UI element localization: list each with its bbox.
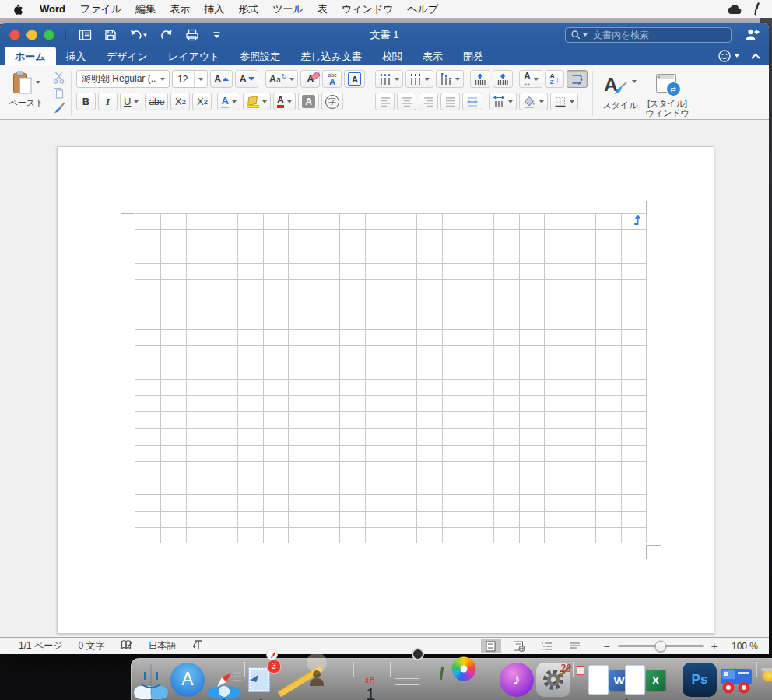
language-indicator[interactable]: 日本語: [149, 639, 177, 653]
enclose-characters-button[interactable]: 字: [321, 93, 343, 110]
shading-button[interactable]: [519, 93, 548, 110]
menu-item-help[interactable]: ヘルプ: [400, 0, 445, 18]
tab-mailings[interactable]: 差し込み文書: [290, 47, 372, 65]
zoom-in-button[interactable]: +: [711, 641, 718, 652]
character-width-dropdown-arrow[interactable]: [534, 78, 539, 81]
tab-design[interactable]: デザイン: [96, 47, 158, 65]
sort-button[interactable]: AZ↓: [545, 70, 564, 88]
font-size-select[interactable]: 12: [172, 70, 208, 88]
dock-itunes-icon[interactable]: ♪: [500, 663, 534, 697]
phonetic-guide-button[interactable]: abcA: [322, 70, 342, 88]
dock-calendar-icon[interactable]: 3月1: [353, 663, 388, 697]
zoom-slider-knob[interactable]: [654, 640, 666, 652]
align-right-button[interactable]: [419, 93, 438, 110]
font-color-dropdown-arrow[interactable]: [287, 100, 292, 103]
dock-mail-icon[interactable]: 3: [244, 663, 278, 697]
shrink-font-button[interactable]: A: [235, 70, 258, 88]
bold-button[interactable]: B: [76, 93, 96, 110]
minimize-button[interactable]: [26, 30, 37, 40]
word-count[interactable]: 0 文字: [79, 639, 105, 653]
dock-partial-app-icon[interactable]: [756, 663, 772, 697]
change-case-button[interactable]: Aa↻: [265, 70, 299, 88]
text-orientation-button[interactable]: [192, 639, 204, 653]
feedback-smiley-button[interactable]: [718, 49, 739, 63]
text-effects-button[interactable]: A: [217, 93, 240, 110]
tab-insert[interactable]: 挿入: [56, 47, 96, 65]
bullets-button[interactable]: [375, 70, 403, 88]
dock-finder-icon[interactable]: [134, 663, 168, 697]
align-left-button[interactable]: [375, 93, 395, 110]
bullets-dropdown-arrow[interactable]: [395, 78, 399, 81]
redo-button[interactable]: [160, 29, 173, 41]
numbering-button[interactable]: [405, 70, 433, 88]
search-input[interactable]: [591, 29, 711, 41]
menu-item-format[interactable]: 形式: [231, 0, 265, 18]
multilevel-list-button[interactable]: [436, 70, 464, 88]
dock-photos-icon[interactable]: [463, 663, 497, 697]
draft-view-button[interactable]: [565, 639, 585, 653]
distribute-text-button[interactable]: [462, 93, 482, 110]
print-button[interactable]: [185, 29, 199, 41]
page-count[interactable]: 1/1 ページ: [19, 639, 63, 653]
dock-notes-icon[interactable]: [390, 663, 424, 697]
clear-formatting-button[interactable]: A: [300, 70, 320, 88]
outline-view-button[interactable]: [537, 639, 557, 653]
menu-item-tools[interactable]: ツール: [265, 0, 311, 18]
borders-button[interactable]: [550, 93, 578, 110]
subscript-button[interactable]: X2: [170, 93, 190, 110]
menu-item-word[interactable]: Word: [38, 0, 73, 18]
multilevel-dropdown-arrow[interactable]: [455, 78, 460, 81]
underline-dropdown-arrow[interactable]: [134, 100, 139, 103]
text-effects-dropdown-arrow[interactable]: [232, 100, 237, 103]
tab-layout[interactable]: レイアウト: [158, 47, 230, 65]
menubar-extra-icon[interactable]: [753, 2, 761, 16]
close-button[interactable]: [9, 30, 20, 40]
highlight-dropdown-arrow[interactable]: [262, 100, 267, 103]
styles-button[interactable]: A スタイル: [602, 69, 637, 117]
copy-button[interactable]: [53, 87, 66, 102]
increase-indent-button[interactable]: [493, 70, 513, 88]
dock-truck-app-icon[interactable]: [719, 663, 753, 697]
zoom-level[interactable]: 100 %: [732, 641, 758, 652]
cut-button[interactable]: [53, 72, 66, 87]
borders-dropdown-arrow[interactable]: [570, 100, 574, 103]
web-layout-view-button[interactable]: [509, 639, 529, 653]
dock-appstore-icon[interactable]: A: [170, 663, 205, 697]
align-center-button[interactable]: [397, 93, 416, 110]
numbering-dropdown-arrow[interactable]: [425, 78, 430, 81]
menu-item-table[interactable]: 表: [311, 0, 335, 18]
character-width-button[interactable]: A↔: [519, 70, 542, 88]
share-button[interactable]: [745, 28, 760, 44]
decrease-indent-button[interactable]: [470, 70, 490, 88]
zoom-out-button[interactable]: −: [604, 641, 610, 652]
paste-button[interactable]: [12, 69, 40, 95]
dock-contacts-icon[interactable]: [317, 663, 351, 697]
tab-review[interactable]: 校閲: [372, 47, 412, 65]
character-shading-button[interactable]: A: [298, 93, 319, 110]
undo-button[interactable]: [129, 29, 148, 41]
print-layout-view-button[interactable]: [481, 639, 501, 653]
new-document-button[interactable]: [79, 29, 92, 41]
underline-button[interactable]: U: [120, 93, 142, 110]
line-spacing-dropdown-arrow[interactable]: [508, 100, 513, 103]
font-name-dropdown-arrow[interactable]: [156, 71, 169, 87]
search-scope-chevron-icon[interactable]: [583, 33, 588, 37]
save-button[interactable]: [104, 29, 117, 41]
font-size-dropdown-arrow[interactable]: [194, 71, 207, 87]
dock-photoshop-icon[interactable]: Ps: [683, 663, 717, 697]
zoom-slider[interactable]: [618, 645, 704, 647]
superscript-button[interactable]: X2: [192, 93, 212, 110]
menu-item-window[interactable]: ウィンドウ: [335, 0, 401, 18]
highlight-button[interactable]: [243, 93, 271, 110]
show-formatting-marks-button[interactable]: [567, 70, 588, 88]
font-color-button[interactable]: A: [273, 93, 296, 110]
menu-item-view[interactable]: 表示: [163, 0, 197, 18]
styles-window-button[interactable]: ⇄ [スタイル] ウィンドウ: [645, 69, 689, 117]
justify-button[interactable]: [440, 93, 460, 110]
styles-dropdown-arrow[interactable]: [632, 80, 637, 83]
format-painter-button[interactable]: [53, 102, 66, 117]
tab-view[interactable]: 表示: [412, 47, 453, 65]
menu-item-insert[interactable]: 挿入: [197, 0, 231, 18]
tab-home[interactable]: ホーム: [5, 47, 56, 65]
menu-item-edit[interactable]: 編集: [128, 0, 163, 18]
